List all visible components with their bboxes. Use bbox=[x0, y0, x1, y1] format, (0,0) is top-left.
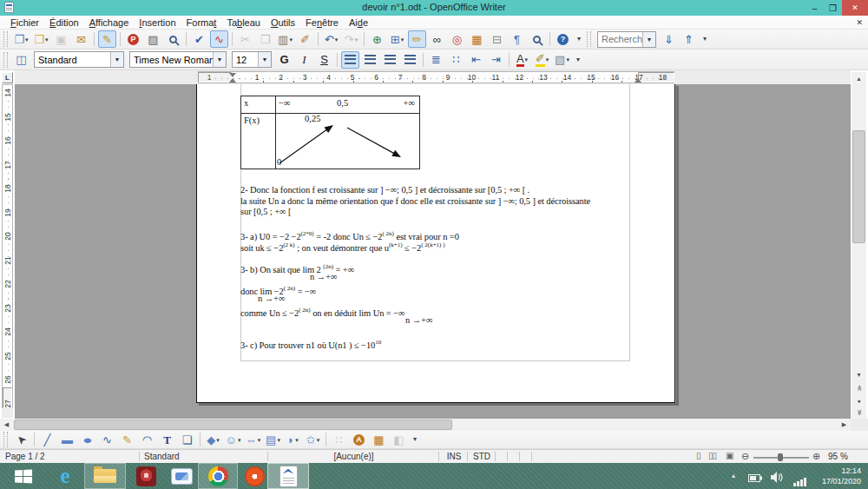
navigation-button[interactable]: ● bbox=[852, 394, 866, 406]
bold-button[interactable]: G bbox=[275, 51, 293, 69]
highlighting-button[interactable]: ✐▾ bbox=[533, 51, 551, 69]
picture-from-file-button[interactable]: ▦ bbox=[370, 431, 388, 448]
taskbar-item-file-explorer[interactable] bbox=[84, 463, 126, 489]
data-sources-button[interactable]: ⊟ bbox=[488, 30, 506, 48]
find-input[interactable] bbox=[598, 34, 642, 44]
paragraph-style-input[interactable] bbox=[35, 55, 110, 65]
italic-button[interactable]: I bbox=[295, 51, 313, 69]
menu-dition[interactable]: Édition bbox=[44, 16, 84, 30]
basic-shapes-button[interactable]: ◆▾ bbox=[204, 431, 222, 448]
align-right-button[interactable] bbox=[381, 51, 399, 69]
symbol-shapes-button[interactable]: ☺▾ bbox=[224, 431, 242, 448]
menu-affichage[interactable]: Affichage bbox=[84, 16, 135, 30]
page-preview-button[interactable] bbox=[164, 30, 182, 48]
vertical-scrollbar-thumb[interactable] bbox=[852, 130, 865, 243]
document-text[interactable]: 2- Donc la fonction f est croissante sur… bbox=[240, 185, 640, 348]
document-close-button[interactable]: ✕ bbox=[856, 16, 863, 30]
paste-dropdown[interactable]: ▾ bbox=[289, 36, 293, 43]
chevron-down-icon[interactable]: ▼ bbox=[258, 52, 271, 67]
toolbar-options-button[interactable]: ▾ bbox=[574, 30, 584, 48]
spellcheck-button[interactable]: ✔ bbox=[190, 30, 208, 48]
start-button[interactable] bbox=[0, 463, 45, 489]
formatting-marks-button[interactable]: ¶ bbox=[508, 30, 526, 48]
new-document-button[interactable]: ❐▾ bbox=[12, 30, 30, 48]
font-name-input[interactable] bbox=[130, 55, 213, 65]
draw-functions-button[interactable]: ✏ bbox=[408, 30, 426, 48]
justify-button[interactable] bbox=[401, 51, 419, 69]
horizontal-ruler[interactable]: 1234567891011121314151617181 bbox=[15, 70, 851, 84]
network-signal-icon[interactable] bbox=[793, 471, 807, 486]
horizontal-scrollbar-thumb[interactable] bbox=[14, 420, 452, 430]
taskbar-item-openoffice-writer[interactable] bbox=[267, 463, 309, 489]
styles-panel-button[interactable]: ◫ bbox=[12, 51, 30, 69]
page-indicator[interactable]: Page 1 / 2 bbox=[5, 452, 45, 461]
menu-outils[interactable]: Outils bbox=[266, 16, 300, 30]
document-page[interactable]: x −∞ 0,5 +∞ F(x) bbox=[196, 84, 675, 403]
export-pdf-button[interactable]: P bbox=[124, 30, 142, 48]
close-button[interactable]: ✕ bbox=[842, 0, 868, 16]
undo-dropdown[interactable]: ▾ bbox=[335, 36, 339, 43]
chevron-down-icon[interactable]: ▼ bbox=[110, 52, 123, 67]
zoom-button[interactable] bbox=[528, 30, 546, 48]
font-color-button[interactable]: A▾ bbox=[513, 51, 531, 69]
variation-table[interactable]: x −∞ 0,5 +∞ F(x) bbox=[240, 96, 420, 169]
background-color-button[interactable]: ▧▾ bbox=[553, 51, 571, 69]
find-down-button[interactable]: ⇓ bbox=[660, 30, 678, 48]
background-color-dropdown[interactable]: ▾ bbox=[566, 56, 569, 63]
stars-button[interactable]: ✩▾ bbox=[304, 431, 322, 448]
align-center-button[interactable] bbox=[361, 51, 379, 69]
font-size-combobox[interactable]: ▼ bbox=[232, 51, 272, 68]
rectangle-button[interactable]: ▬ bbox=[58, 431, 76, 448]
tray-expand-icon[interactable]: ▴ bbox=[732, 472, 735, 479]
menu-fentre[interactable]: Fenêtre bbox=[300, 16, 344, 30]
find-combobox[interactable]: ▼ bbox=[597, 31, 656, 48]
fontwork-button[interactable]: A bbox=[350, 431, 368, 448]
highlighting-dropdown[interactable]: ▾ bbox=[546, 56, 549, 63]
freeform-line-button[interactable]: ∿ bbox=[98, 431, 116, 448]
align-left-button[interactable] bbox=[341, 51, 359, 69]
numbered-list-button[interactable]: ≣ bbox=[427, 51, 445, 69]
gallery-button[interactable]: ▦ bbox=[468, 30, 486, 48]
symbol-shapes-dropdown[interactable]: ▾ bbox=[238, 437, 241, 443]
battery-icon[interactable] bbox=[748, 471, 763, 486]
auto-spellcheck-button[interactable]: ∿ bbox=[210, 30, 228, 48]
redo-dropdown[interactable]: ▾ bbox=[355, 36, 358, 43]
print-button[interactable]: ▨ bbox=[144, 30, 162, 48]
minimize-button[interactable]: – bbox=[806, 0, 824, 16]
menu-tableau[interactable]: Tableau bbox=[221, 16, 266, 30]
callout-button[interactable]: ❏ bbox=[178, 431, 196, 448]
language-field[interactable]: [Aucun(e)] bbox=[269, 452, 438, 461]
zoom-in-button[interactable]: ⊕ bbox=[812, 451, 820, 462]
single-page-view-button[interactable]: ▯ bbox=[696, 451, 701, 460]
first-line-indent-marker[interactable] bbox=[229, 73, 236, 77]
flowchart-button[interactable]: ▤▾ bbox=[264, 431, 282, 448]
zoom-out-button[interactable]: ⊖ bbox=[741, 451, 749, 462]
table-dropdown[interactable]: ▾ bbox=[401, 36, 404, 43]
open-folder-button[interactable]: ❒▾ bbox=[32, 30, 50, 48]
line-button[interactable]: ╱ bbox=[38, 431, 56, 448]
clone-formatting-button[interactable]: ✐ bbox=[296, 30, 314, 48]
flowchart-dropdown[interactable]: ▾ bbox=[277, 437, 280, 443]
ellipse-button[interactable]: ● bbox=[78, 431, 96, 448]
callouts-button[interactable]: ◗▾ bbox=[284, 431, 302, 448]
font-name-combobox[interactable]: ▼ bbox=[129, 51, 227, 68]
menu-fichier[interactable]: Fichier bbox=[5, 16, 44, 30]
horizontal-scrollbar[interactable]: ◀ ▶ bbox=[0, 419, 851, 431]
taskbar-clock[interactable]: 12:14 17/01/2020 bbox=[814, 466, 865, 486]
edit-file-button[interactable]: ✎ bbox=[98, 30, 116, 48]
taskbar-item-chrome[interactable] bbox=[198, 463, 238, 489]
taskbar-item-internet-explorer[interactable]: e bbox=[47, 463, 83, 489]
taskbar-item-settings-app[interactable] bbox=[237, 463, 272, 489]
left-indent-marker[interactable] bbox=[229, 78, 236, 83]
scroll-right-button[interactable]: ▶ bbox=[838, 419, 851, 431]
taskbar-item-messaging-app[interactable] bbox=[162, 463, 201, 489]
format-toolbar-options-button[interactable]: ▾ bbox=[573, 51, 583, 69]
draw-toolbar-options-button[interactable]: ▾ bbox=[410, 431, 420, 448]
undo-button[interactable]: ↶▾ bbox=[322, 30, 340, 48]
menu-insertion[interactable]: Insertion bbox=[134, 16, 181, 30]
book-view-button[interactable]: ▣ bbox=[726, 451, 733, 460]
decrease-indent-button[interactable]: ⇤ bbox=[467, 51, 485, 69]
block-arrows-button[interactable]: ⇔▾ bbox=[244, 431, 262, 448]
scroll-up-button[interactable]: ▲ bbox=[852, 72, 866, 84]
speaker-icon[interactable] bbox=[771, 471, 784, 486]
